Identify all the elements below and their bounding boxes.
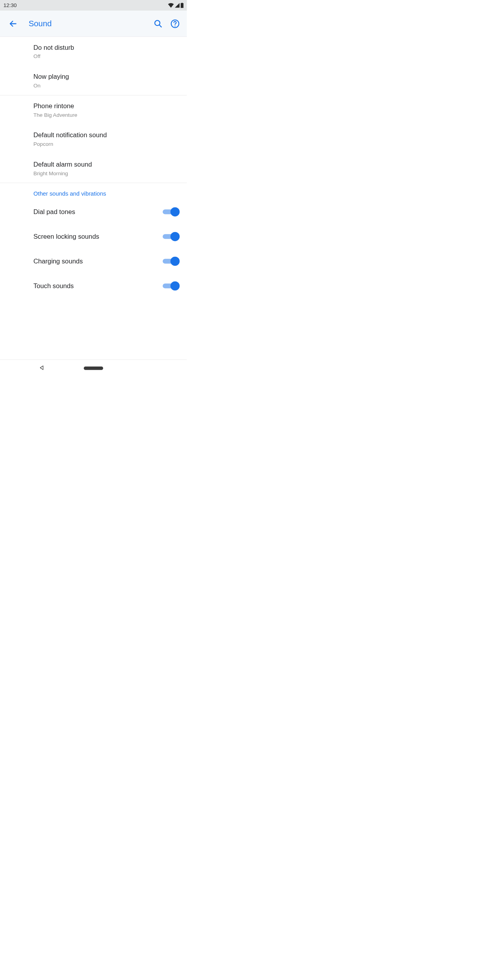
item-charging-sounds[interactable]: Charging sounds (0, 249, 187, 274)
section-header: Other sounds and vibrations (0, 183, 187, 200)
item-notification-sound[interactable]: Default notification sound Popcorn (0, 125, 187, 154)
nav-home-pill[interactable] (84, 367, 103, 370)
item-touch-sounds[interactable]: Touch sounds (0, 274, 187, 298)
item-title: Now playing (33, 72, 187, 81)
section-ringtones: Phone rintone The Big Adventure Default … (0, 95, 187, 183)
switch-touch-sounds[interactable] (163, 281, 180, 290)
item-screen-locking-sounds[interactable]: Screen locking sounds (0, 224, 187, 249)
app-bar: Sound (0, 11, 187, 37)
page-title: Sound (29, 19, 150, 28)
toggle-label: Screen locking sounds (33, 233, 99, 240)
battery-icon (181, 3, 183, 8)
item-title: Phone rintone (33, 102, 187, 111)
item-sub: Popcorn (33, 141, 187, 147)
toggle-label: Touch sounds (33, 282, 74, 290)
item-do-not-disturb[interactable]: Do not disturb Off (0, 37, 187, 66)
wifi-icon (168, 3, 174, 7)
item-title: Default alarm sound (33, 160, 187, 169)
svg-point-5 (174, 25, 175, 26)
item-now-playing[interactable]: Now playing On (0, 66, 187, 95)
status-bar: 12:30 (0, 0, 187, 11)
switch-charging-sounds[interactable] (163, 257, 180, 266)
svg-rect-1 (181, 3, 182, 3)
section-other-sounds: Other sounds and vibrations Dial pad ton… (0, 183, 187, 298)
item-phone-ringtone[interactable]: Phone rintone The Big Adventure (0, 95, 187, 124)
item-sub: On (33, 83, 187, 89)
switch-dial-pad-tones[interactable] (163, 207, 180, 216)
search-icon (154, 19, 162, 28)
status-indicators (168, 3, 184, 8)
section-general: Do not disturb Off Now playing On (0, 37, 187, 95)
nav-back-icon (39, 365, 45, 370)
status-time: 12:30 (4, 2, 17, 9)
switch-screen-locking-sounds[interactable] (163, 232, 180, 241)
back-button[interactable] (4, 19, 23, 28)
help-button[interactable] (167, 16, 183, 31)
nav-back-button[interactable] (39, 365, 45, 371)
item-alarm-sound[interactable]: Default alarm sound Bright Morning (0, 154, 187, 183)
help-icon (171, 19, 180, 28)
navigation-bar (0, 359, 187, 376)
content: Do not disturb Off Now playing On Phone … (0, 37, 187, 298)
item-sub: The Big Adventure (33, 112, 187, 118)
svg-rect-0 (181, 3, 183, 8)
cell-signal-icon (175, 3, 180, 7)
svg-line-3 (159, 25, 162, 27)
item-dial-pad-tones[interactable]: Dial pad tones (0, 200, 187, 224)
item-title: Do not disturb (33, 43, 187, 52)
toggle-label: Charging sounds (33, 258, 83, 265)
toggle-label: Dial pad tones (33, 208, 75, 216)
arrow-left-icon (9, 19, 17, 28)
item-sub: Off (33, 53, 187, 60)
search-button[interactable] (150, 16, 167, 31)
item-sub: Bright Morning (33, 170, 187, 176)
item-title: Default notification sound (33, 131, 187, 140)
